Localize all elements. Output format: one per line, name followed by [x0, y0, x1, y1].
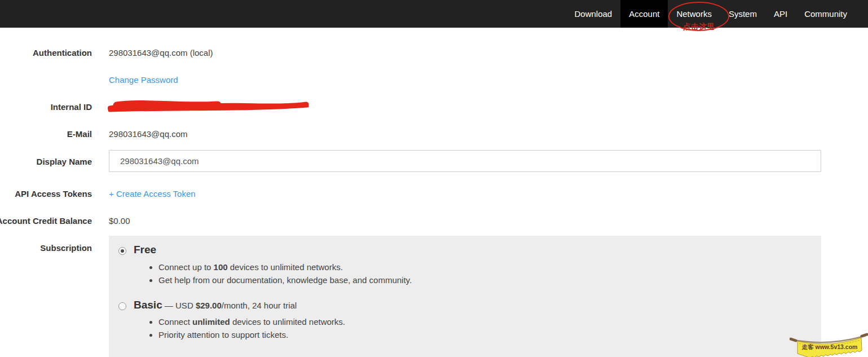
- free-plan-title: Free: [134, 244, 156, 256]
- display-name-label: Display Name: [37, 157, 92, 166]
- free-plan-bullets: Connect up to 100 devices to unlimited n…: [158, 261, 412, 287]
- banner-rod-right-icon: [862, 334, 867, 336]
- subscription-label: Subscription: [40, 243, 92, 253]
- basic-plan-bullet: Connect unlimited devices to unlimited n…: [158, 315, 345, 328]
- free-plan-bullet: Get help from our documentation, knowled…: [158, 274, 412, 287]
- authentication-value: 298031643@qq.com (local): [109, 48, 213, 58]
- nav-item-download[interactable]: Download: [566, 0, 621, 28]
- account-credit-balance-label: Account Credit Balance: [0, 216, 92, 226]
- nav-item-system[interactable]: System: [720, 0, 765, 28]
- basic-plan-bullets: Connect unlimited devices to unlimited n…: [158, 315, 345, 341]
- free-plan-bullet: Connect up to 100 devices to unlimited n…: [158, 261, 412, 274]
- radio-dot-icon: [121, 249, 124, 253]
- email-label: E-Mail: [67, 129, 92, 139]
- authentication-label: Authentication: [33, 48, 92, 58]
- internal-id-redaction-scribble: [108, 98, 310, 114]
- nav-item-api[interactable]: API: [765, 0, 796, 28]
- change-password-link[interactable]: Change Password: [109, 75, 178, 85]
- display-name-input[interactable]: [109, 150, 821, 172]
- nav-item-networks[interactable]: Networks: [668, 0, 720, 28]
- basic-plan-title: Basic — USD $29.00/month, 24 hour trial: [134, 299, 297, 311]
- basic-plan-name: Basic: [134, 299, 162, 311]
- email-value: 298031643@qq.com: [109, 129, 188, 139]
- top-nav: Download Account Networks System API Com…: [0, 0, 868, 28]
- nav-item-account[interactable]: Account: [620, 0, 668, 28]
- internal-id-label: Internal ID: [51, 102, 92, 112]
- create-access-token-link[interactable]: + Create Access Token: [109, 189, 196, 199]
- api-access-tokens-label: API Access Tokens: [15, 189, 92, 199]
- nav-item-community[interactable]: Community: [796, 0, 856, 28]
- free-plan-name: Free: [134, 244, 156, 255]
- account-credit-balance-value: $0.00: [109, 216, 130, 226]
- subscription-panel: Free Connect up to 100 devices to unlimi…: [109, 236, 821, 357]
- basic-plan-radio[interactable]: [118, 302, 126, 310]
- free-plan-radio[interactable]: [118, 247, 126, 255]
- basic-plan-bullet: Priority attention to support tickets.: [158, 328, 345, 341]
